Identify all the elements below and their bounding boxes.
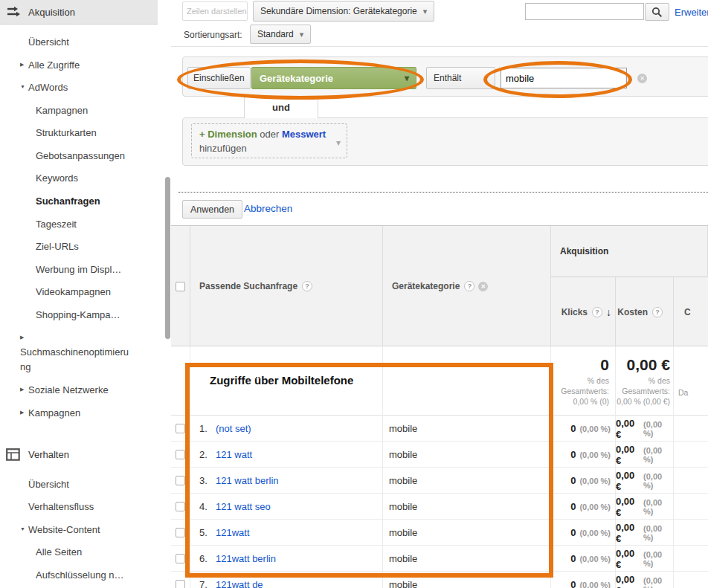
sidebar-item-gebotsanpassungen[interactable]: Gebotsanpassungen bbox=[0, 144, 171, 167]
cell-query: 7.121watt de bbox=[190, 572, 383, 588]
sidebar-item-tageszeit[interactable]: Tageszeit bbox=[0, 213, 171, 236]
sidebar-item-uebersicht[interactable]: Übersicht bbox=[0, 30, 171, 54]
query-link[interactable]: 121watt de bbox=[216, 579, 263, 588]
sidebar-item-alle-zugriffe[interactable]: Alle Zugriffe bbox=[0, 54, 171, 77]
add-dimension-label: + Dimension bbox=[199, 129, 257, 140]
row-checkbox[interactable] bbox=[176, 424, 185, 433]
filter-include-dropdown[interactable]: Einschließen bbox=[187, 67, 251, 89]
sidebar-item-alle-seiten[interactable]: Alle Seiten bbox=[0, 540, 171, 563]
add-suffix-label: hinzufügen bbox=[199, 143, 247, 154]
row-checkbox[interactable] bbox=[176, 580, 185, 588]
row-number: 1. bbox=[199, 423, 216, 434]
row-checkbox[interactable] bbox=[176, 476, 185, 485]
chevron-right-icon bbox=[20, 378, 28, 401]
row-number: 6. bbox=[199, 553, 216, 564]
column-header-cpc-cutoff: C bbox=[674, 277, 708, 346]
help-icon[interactable] bbox=[302, 281, 312, 291]
row-checkbox[interactable] bbox=[176, 450, 185, 459]
help-icon[interactable] bbox=[652, 307, 663, 317]
row-checkbox[interactable] bbox=[176, 528, 185, 537]
remove-column-icon[interactable] bbox=[478, 282, 488, 291]
totals-clicks-caption: % des Gesamtwerts: 0,00 % (0) bbox=[551, 375, 609, 407]
select-all-checkbox[interactable] bbox=[176, 282, 185, 291]
table-header: Passende Suchanfrage Gerätekategorie Akq… bbox=[171, 226, 708, 346]
table-search-input[interactable] bbox=[525, 3, 644, 20]
sidebar-item-werbung-im-display[interactable]: Werbung im Displ… bbox=[0, 258, 171, 281]
query-link[interactable]: 121watt berlin bbox=[216, 553, 276, 564]
row-number: 5. bbox=[199, 527, 216, 538]
totals-cost-value: 0,00 € bbox=[627, 356, 670, 374]
cell-device: mobile bbox=[383, 546, 551, 572]
filter-dimension-dropdown[interactable]: Gerätekategorie bbox=[251, 67, 416, 89]
query-link[interactable]: 121 watt berlin bbox=[216, 475, 279, 486]
cell-device: mobile bbox=[383, 416, 551, 442]
filter-operator-dropdown[interactable]: Enthält bbox=[426, 67, 495, 89]
totals-cost-caption: % des Gesamtwerts: 0,00 % (0,00 €) bbox=[616, 375, 670, 407]
query-link[interactable]: 121watt bbox=[216, 527, 250, 538]
cell-query: 4.121 watt seo bbox=[190, 494, 383, 520]
behavior-layout-icon bbox=[6, 448, 28, 461]
sort-type-dropdown[interactable]: Standard bbox=[250, 25, 311, 44]
sidebar-section-behavior[interactable]: Verhalten bbox=[0, 442, 158, 467]
secondary-dimension-dropdown[interactable]: Sekundäre Dimension: Gerätekategorie bbox=[253, 1, 434, 22]
row-checkbox[interactable] bbox=[176, 502, 185, 511]
help-icon[interactable] bbox=[464, 281, 474, 291]
sidebar-item-suchmaschinenoptimierung[interactable]: Suchmaschinenoptimierung bbox=[0, 326, 171, 378]
sidebar-item-verhalten-uebersicht[interactable]: Übersicht bbox=[0, 473, 171, 496]
sidebar-item-adwords[interactable]: AdWords bbox=[0, 76, 171, 99]
remove-filter-icon[interactable] bbox=[637, 74, 647, 83]
totals-cpc-cutoff: Da bbox=[674, 346, 708, 416]
add-metric-label: Messwert bbox=[282, 129, 326, 140]
cell-device: mobile bbox=[383, 520, 551, 546]
column-header-device[interactable]: Gerätekategorie bbox=[383, 226, 551, 346]
search-button[interactable] bbox=[645, 3, 669, 21]
cell-cost: 0,00 €(0,00 %) bbox=[616, 468, 674, 494]
show-rows-button-disabled: Zeilen darstellen bbox=[182, 1, 248, 21]
query-link[interactable]: 121 watt seo bbox=[216, 501, 271, 512]
sidebar-item-ziel-urls[interactable]: Ziel-URLs bbox=[0, 235, 171, 258]
advanced-search-link[interactable]: Erweitert bbox=[675, 7, 708, 18]
sidebar-item-kampagnen[interactable]: Kampagnen bbox=[0, 99, 171, 122]
column-header-clicks[interactable]: Klicks bbox=[551, 277, 616, 346]
apply-button[interactable]: Anwenden bbox=[182, 200, 242, 219]
cell-clicks: 0(0,00 %) bbox=[551, 494, 616, 520]
search-queries-table: Passende Suchanfrage Gerätekategorie Akq… bbox=[171, 225, 708, 588]
column-header-query[interactable]: Passende Suchanfrage bbox=[190, 226, 383, 346]
sidebar-section-acquisition[interactable]: Akquisition bbox=[0, 0, 158, 25]
cell-clicks: 0(0,00 %) bbox=[551, 416, 616, 442]
sidebar-scrollbar-thumb[interactable] bbox=[165, 177, 170, 339]
query-link[interactable]: 121 watt bbox=[216, 449, 252, 460]
query-link[interactable]: (not set) bbox=[216, 423, 251, 434]
sidebar-item-soziale-netzwerke[interactable]: Soziale Netzwerke bbox=[0, 378, 171, 401]
sidebar-item-strukturkarten[interactable]: Strukturkarten bbox=[0, 121, 171, 144]
cancel-link[interactable]: Abbrechen bbox=[244, 203, 292, 214]
cell-query: 5.121watt bbox=[190, 520, 383, 546]
sidebar-item-keywords[interactable]: Keywords bbox=[0, 167, 171, 190]
sidebar-item-verhaltensfluss[interactable]: Verhaltensfluss bbox=[0, 495, 171, 518]
column-header-cost[interactable]: Kosten bbox=[616, 277, 674, 346]
cell-cpc bbox=[674, 442, 708, 468]
cell-checkbox bbox=[171, 494, 190, 520]
sidebar-item-shopping-kampagnen[interactable]: Shopping-Kampa… bbox=[0, 303, 171, 326]
sidebar: Akquisition Übersicht Alle Zugriffe AdWo… bbox=[0, 0, 171, 588]
sidebar-item-aufschluesselung[interactable]: Aufschlüsselung n… bbox=[0, 563, 171, 587]
table-row: 4.121 watt seo mobile 0(0,00 %) 0,00 €(0… bbox=[171, 494, 708, 520]
chevron-down-icon bbox=[20, 518, 28, 540]
cell-checkbox bbox=[171, 468, 190, 494]
cell-cost: 0,00 €(0,00 %) bbox=[616, 546, 674, 572]
table-row: 5.121watt mobile 0(0,00 %) 0,00 €(0,00 %… bbox=[171, 520, 708, 546]
add-dimension-metric-button[interactable]: + Dimension oder Messwert hinzufügen bbox=[191, 123, 347, 158]
cell-cpc bbox=[674, 546, 708, 572]
sidebar-item-videokampagnen[interactable]: Videokampagnen bbox=[0, 280, 171, 303]
sidebar-nav-behavior: Übersicht Verhaltensfluss Website-Conten… bbox=[0, 473, 171, 588]
row-number: 4. bbox=[199, 501, 216, 512]
cell-checkbox bbox=[171, 546, 190, 572]
sidebar-item-kampagnen-bottom[interactable]: Kampagnen bbox=[0, 401, 171, 424]
filter-value-input[interactable] bbox=[501, 68, 627, 88]
sidebar-item-suchanfragen[interactable]: Suchanfragen bbox=[0, 190, 171, 213]
help-icon[interactable] bbox=[592, 307, 602, 317]
row-checkbox[interactable] bbox=[176, 554, 185, 563]
cell-cost: 0,00 €(0,00 %) bbox=[616, 494, 674, 520]
cell-cost: 0,00 €(0,00 %) bbox=[616, 520, 674, 546]
sidebar-item-website-content[interactable]: Website-Content bbox=[0, 518, 171, 541]
